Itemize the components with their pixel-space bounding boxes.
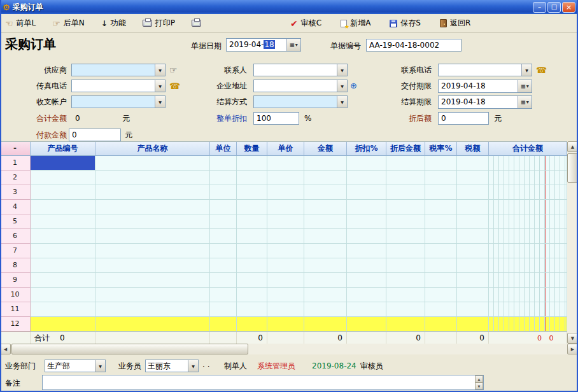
- row-number-cell[interactable]: 10: [0, 288, 31, 302]
- grid-cell[interactable]: [237, 214, 267, 229]
- grid-cell[interactable]: [304, 302, 347, 317]
- grid-cell[interactable]: [347, 171, 386, 185]
- grid-cell[interactable]: [95, 214, 210, 229]
- grid-cell[interactable]: [425, 185, 457, 200]
- grid-cell[interactable]: [31, 273, 95, 288]
- grid-cell[interactable]: [489, 288, 567, 302]
- grid-cell[interactable]: [95, 156, 210, 171]
- grid-cell[interactable]: [304, 258, 347, 273]
- settle-date-field[interactable]: 2019-04-18 ▦▾: [438, 95, 532, 109]
- grid-cell[interactable]: [210, 229, 237, 244]
- grid-header-cell[interactable]: 数量: [237, 142, 267, 156]
- scroll-right-button[interactable]: ▶: [567, 344, 578, 354]
- grid-cell[interactable]: [31, 317, 95, 332]
- print-button[interactable]: 打印P: [140, 17, 178, 30]
- chevron-down-icon[interactable]: ▼: [155, 96, 165, 108]
- grid-cell[interactable]: [457, 273, 489, 288]
- grid-cell[interactable]: [386, 317, 425, 332]
- grid-cell[interactable]: [31, 171, 95, 185]
- grid-cell[interactable]: [386, 214, 425, 229]
- grid-cell[interactable]: [489, 244, 567, 258]
- grid-cell[interactable]: [267, 317, 304, 332]
- calendar-icon[interactable]: ▦▾: [518, 80, 532, 92]
- grid-cell[interactable]: [386, 288, 425, 302]
- dept-combo[interactable]: 生产部 ▼: [45, 360, 106, 372]
- settle-method-combo[interactable]: ▼: [253, 95, 348, 108]
- grid-cell[interactable]: [31, 185, 95, 200]
- grid-cell[interactable]: [304, 156, 347, 171]
- grid-cell[interactable]: [386, 302, 425, 317]
- grid-cell[interactable]: [457, 156, 489, 171]
- grid-cell[interactable]: [31, 288, 95, 302]
- next-doc-button[interactable]: ☞ 后单N: [50, 17, 87, 30]
- after-discount-input[interactable]: 0: [438, 112, 489, 125]
- grid-cell[interactable]: [267, 185, 304, 200]
- row-number-cell[interactable]: 12: [0, 317, 31, 332]
- grid-cell[interactable]: [95, 288, 210, 302]
- remark-input[interactable]: ▲ ▼: [42, 375, 484, 390]
- grid-cell[interactable]: [457, 171, 489, 185]
- grid-cell[interactable]: [31, 302, 95, 317]
- lookup-hand-icon[interactable]: ☞: [169, 64, 178, 76]
- grid-cell[interactable]: [425, 258, 457, 273]
- grid-cell[interactable]: [457, 200, 489, 214]
- grid-header-cell[interactable]: 产品名称: [95, 142, 210, 156]
- grid-cell[interactable]: [210, 288, 237, 302]
- grid-cell[interactable]: [457, 244, 489, 258]
- grid-cell[interactable]: [267, 244, 304, 258]
- grid-header-cell[interactable]: -: [0, 142, 31, 156]
- grid-cell[interactable]: [95, 171, 210, 185]
- grid-cell[interactable]: [267, 200, 304, 214]
- grid-cell[interactable]: [304, 288, 347, 302]
- grid-header-cell[interactable]: 税额: [457, 142, 489, 156]
- fax-combo[interactable]: ▼: [71, 80, 166, 92]
- grid-cell[interactable]: [489, 185, 567, 200]
- row-number-cell[interactable]: 1: [0, 156, 31, 171]
- grid-cell[interactable]: [304, 214, 347, 229]
- grid-cell[interactable]: [425, 244, 457, 258]
- discount-input[interactable]: 100: [253, 112, 299, 125]
- grid-cell[interactable]: [267, 156, 304, 171]
- grid-cell[interactable]: [489, 317, 567, 332]
- grid-cell[interactable]: [267, 258, 304, 273]
- salesman-combo[interactable]: 王丽东 ▼: [145, 360, 199, 372]
- grid-cell[interactable]: [386, 185, 425, 200]
- grid-cell[interactable]: [237, 171, 267, 185]
- grid-cell[interactable]: [237, 185, 267, 200]
- vertical-scroll-thumb[interactable]: [567, 153, 578, 183]
- grid-header-cell[interactable]: 合计金额: [489, 142, 567, 156]
- grid-cell[interactable]: [425, 156, 457, 171]
- grid-cell[interactable]: [31, 258, 95, 273]
- scroll-down-button[interactable]: ▼: [567, 333, 578, 344]
- grid-cell[interactable]: [425, 302, 457, 317]
- grid-header-cell[interactable]: 单位: [210, 142, 237, 156]
- grid-cell[interactable]: [237, 273, 267, 288]
- grid-cell[interactable]: [425, 229, 457, 244]
- grid-cell[interactable]: [489, 214, 567, 229]
- grid-cell[interactable]: [31, 244, 95, 258]
- row-number-cell[interactable]: 6: [0, 229, 31, 244]
- grid-header-cell[interactable]: 折扣%: [347, 142, 386, 156]
- grid-cell[interactable]: [31, 200, 95, 214]
- grid-header-cell[interactable]: 金额: [304, 142, 347, 156]
- grid-cell[interactable]: [386, 171, 425, 185]
- grid-cell[interactable]: [95, 200, 210, 214]
- grid-header-cell[interactable]: 折后金额: [386, 142, 425, 156]
- minimize-button[interactable]: –: [533, 2, 546, 13]
- grid-cell[interactable]: [304, 229, 347, 244]
- grid-cell[interactable]: [237, 229, 267, 244]
- grid-cell[interactable]: [425, 288, 457, 302]
- grid-cell[interactable]: [457, 302, 489, 317]
- grid-cell[interactable]: [489, 302, 567, 317]
- horizontal-scrollbar[interactable]: ◀ ▶: [0, 344, 578, 354]
- scroll-up-button[interactable]: ▲: [475, 375, 483, 382]
- grid-cell[interactable]: [267, 214, 304, 229]
- horizontal-scroll-thumb[interactable]: [11, 344, 248, 354]
- grid-cell[interactable]: [237, 317, 267, 332]
- grid-cell[interactable]: [210, 156, 237, 171]
- chevron-down-icon[interactable]: ▼: [337, 64, 347, 76]
- grid-cell[interactable]: [386, 200, 425, 214]
- print-preview-button[interactable]: [189, 18, 204, 28]
- grid-cell[interactable]: [386, 229, 425, 244]
- calendar-icon[interactable]: ▦▾: [286, 39, 300, 51]
